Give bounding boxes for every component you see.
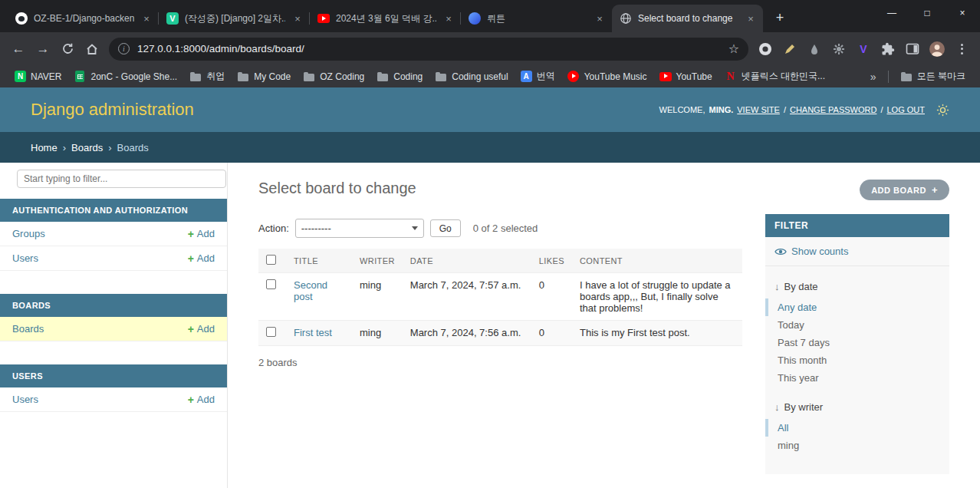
action-select[interactable]: --------- — [295, 219, 424, 238]
url-text[interactable]: 127.0.0.1:8000/admin/boards/board/ — [137, 43, 728, 54]
bookmark-folder-coding-useful[interactable]: Coding useful — [429, 68, 513, 85]
row-checkbox[interactable] — [266, 279, 276, 289]
bookmark-star-icon[interactable]: ☆ — [728, 41, 739, 56]
bookmark-folder-my-code[interactable]: My Code — [232, 68, 296, 85]
add-users-app-link[interactable]: + Add — [188, 394, 215, 405]
model-link[interactable]: Boards — [12, 323, 44, 335]
bookmark-youtube[interactable]: YouTube — [654, 68, 718, 85]
dropper-extension-icon[interactable] — [802, 37, 827, 61]
tab-close-icon[interactable]: × — [442, 12, 455, 25]
bookmark-all-bookmarks[interactable]: 모든 북마크 — [895, 68, 971, 85]
breadcrumb-app[interactable]: Boards — [71, 142, 103, 153]
bookmark-folder-jobs[interactable]: 취업 — [184, 68, 230, 85]
sidebar-filter-input[interactable] — [17, 170, 226, 188]
bookmark-youtube-music[interactable]: YouTube Music — [562, 68, 653, 85]
sidebar-section-title[interactable]: BOARDS — [0, 294, 227, 317]
action-label: Action: — [258, 223, 289, 234]
filter-option-any-date[interactable]: Any date — [765, 298, 949, 316]
model-link[interactable]: Users — [12, 394, 38, 405]
model-link[interactable]: Users — [12, 252, 38, 264]
filter-option-label[interactable]: Past 7 days — [778, 337, 830, 348]
filter-option-label[interactable]: Any date — [778, 302, 817, 313]
change-password-link[interactable]: CHANGE PASSWORD — [790, 105, 876, 114]
go-button[interactable]: Go — [430, 219, 461, 237]
column-header-title[interactable]: TITLE — [286, 249, 352, 273]
filter-option-label[interactable]: ming — [778, 440, 799, 451]
column-header-writer[interactable]: WRITER — [352, 249, 403, 273]
gear-extension-icon[interactable] — [827, 37, 851, 61]
sidebar-section-title[interactable]: AUTHENTICATION AND AUTHORIZATION — [0, 199, 227, 222]
tab-close-icon[interactable]: × — [140, 12, 153, 25]
bookmark-folder-coding[interactable]: Coding — [371, 68, 428, 85]
site-title[interactable]: Django administration — [31, 100, 194, 120]
bookmark-folder-oz-coding[interactable]: OZ Coding — [298, 68, 370, 85]
select-all-checkbox[interactable] — [266, 255, 276, 265]
forward-icon[interactable]: → — [31, 37, 55, 61]
filter-option-today[interactable]: Today — [765, 316, 949, 334]
filter-option-label[interactable]: Today — [778, 319, 804, 331]
tab-close-icon[interactable]: × — [594, 12, 606, 25]
filter-heading[interactable]: ↓ By writer — [765, 397, 949, 419]
side-panel-icon[interactable] — [900, 37, 925, 61]
v-extension-icon[interactable]: V — [851, 37, 876, 61]
row-checkbox[interactable] — [266, 327, 276, 337]
view-site-link[interactable]: VIEW SITE — [737, 105, 780, 114]
add-boards-link[interactable]: + Add — [188, 323, 215, 335]
add-groups-link[interactable]: + Add — [188, 228, 215, 239]
address-bar[interactable]: i 127.0.0.1:8000/admin/boards/board/ ☆ — [109, 38, 748, 61]
home-icon[interactable] — [80, 37, 104, 61]
tab-close-icon[interactable]: × — [745, 12, 757, 25]
minimize-button[interactable]: — — [874, 0, 909, 26]
filter-option-label[interactable]: This month — [778, 354, 827, 366]
filter-option-all-writers[interactable]: All — [765, 419, 949, 437]
new-tab-button[interactable]: + — [769, 7, 791, 28]
reload-icon[interactable] — [55, 37, 80, 61]
pen-extension-icon[interactable] — [778, 37, 802, 61]
bookmark-google-sheets[interactable]: 2onC - Google She... — [68, 68, 183, 85]
board-link[interactable]: Second post — [294, 279, 327, 302]
bookmark-netflix[interactable]: N 넷플릭스 대한민국... — [719, 68, 830, 85]
sidebar-section-title[interactable]: USERS — [0, 364, 227, 387]
theme-toggle-sun-icon[interactable] — [936, 104, 949, 117]
board-link[interactable]: First test — [294, 327, 332, 338]
filter-option-this-year[interactable]: This year — [765, 369, 949, 387]
maximize-button[interactable]: □ — [909, 0, 945, 26]
show-counts-toggle[interactable]: Show counts — [765, 237, 949, 266]
log-out-link[interactable]: LOG OUT — [886, 105, 925, 114]
filter-heading[interactable]: ↓ By date — [765, 277, 949, 298]
naver-icon: N — [15, 71, 26, 82]
model-link[interactable]: Groups — [12, 228, 45, 239]
add-users-link[interactable]: + Add — [188, 252, 215, 264]
tab-wrtn[interactable]: 뤼튼 × — [461, 5, 612, 32]
column-header-date[interactable]: DATE — [403, 249, 531, 273]
velog-favicon: V — [166, 12, 179, 25]
bookmark-naver[interactable]: N NAVER — [9, 68, 67, 84]
filter-option-this-month[interactable]: This month — [765, 351, 949, 369]
back-icon[interactable]: ← — [6, 37, 31, 61]
tab-velog-draft[interactable]: V (작성중) [Django] 2일차... × — [159, 5, 310, 32]
column-header-content[interactable]: CONTENT — [572, 249, 742, 273]
profile-avatar[interactable] — [925, 37, 949, 61]
filter-group-by-date: ↓ By date Any date Today Past 7 days Thi… — [765, 266, 949, 387]
tab-django-admin-active[interactable]: Select board to change × — [612, 5, 763, 32]
tab-github-repo[interactable]: OZ-BE-1/Django-backen... × — [8, 5, 159, 32]
add-board-button[interactable]: ADD BOARD + — [860, 180, 949, 200]
menu-kebab-icon[interactable] — [949, 37, 974, 61]
filter-option-label[interactable]: This year — [778, 372, 818, 384]
tab-close-icon[interactable]: × — [291, 12, 304, 25]
filter-panel-title: FILTER — [765, 214, 949, 237]
site-info-icon[interactable]: i — [118, 43, 130, 54]
bookmark-translate[interactable]: A 번역 — [515, 68, 561, 85]
column-header-likes[interactable]: LIKES — [531, 249, 572, 273]
tab-youtube-video[interactable]: 2024년 3월 6일 덕배 강... × — [310, 5, 461, 32]
filter-option-label[interactable]: All — [778, 422, 788, 434]
screenshot-extension-icon[interactable] — [753, 37, 778, 61]
breadcrumb-home[interactable]: Home — [31, 142, 58, 153]
table-row: Second post ming March 7, 2024, 7:57 a.m… — [258, 273, 742, 321]
filter-option-ming[interactable]: ming — [765, 437, 949, 454]
filter-option-past-7-days[interactable]: Past 7 days — [765, 334, 949, 351]
close-window-button[interactable]: × — [945, 0, 980, 26]
date-cell: March 7, 2024, 7:57 a.m. — [403, 273, 531, 321]
extensions-puzzle-icon[interactable] — [876, 37, 900, 61]
bookmarks-overflow-chevron[interactable]: » — [865, 68, 882, 85]
